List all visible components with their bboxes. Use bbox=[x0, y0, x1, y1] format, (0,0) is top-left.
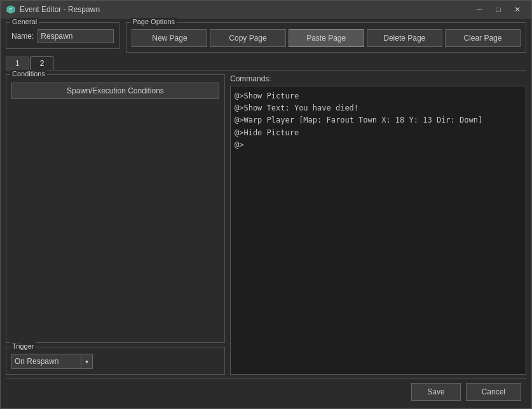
conditions-inner: Spawn/Execution Conditions bbox=[11, 83, 219, 99]
commands-group: Commands: @>Show Picture @>Show Text: Yo… bbox=[230, 74, 526, 375]
svg-text:E: E bbox=[10, 8, 13, 12]
spawn-execution-conditions-button[interactable]: Spawn/Execution Conditions bbox=[11, 83, 219, 99]
window: E Event Editor - Respawn ─ □ ✕ General N… bbox=[0, 0, 532, 409]
command-line-4: @> bbox=[235, 139, 522, 151]
name-input[interactable] bbox=[38, 29, 114, 43]
trigger-group: Trigger On Respawn On Enter On Exit On A… bbox=[6, 347, 225, 375]
window-controls: ─ □ ✕ bbox=[470, 3, 526, 16]
conditions-group: Conditions Spawn/Execution Conditions bbox=[6, 74, 225, 343]
minimize-button[interactable]: ─ bbox=[470, 3, 488, 16]
left-panel: Conditions Spawn/Execution Conditions Tr… bbox=[6, 74, 225, 375]
app-icon: E bbox=[6, 4, 16, 15]
tabs-row: 1 2 bbox=[6, 57, 526, 70]
copy-page-button[interactable]: Copy Page bbox=[210, 29, 285, 47]
middle-section: Conditions Spawn/Execution Conditions Tr… bbox=[6, 74, 526, 375]
window-title: Event Editor - Respawn bbox=[20, 5, 100, 14]
title-bar-left: E Event Editor - Respawn bbox=[6, 4, 100, 15]
commands-area[interactable]: @>Show Picture @>Show Text: You have die… bbox=[230, 86, 526, 375]
top-section: General Name: Page Options New Page Copy… bbox=[6, 22, 526, 53]
command-line-0: @>Show Picture bbox=[235, 90, 522, 102]
tab-1[interactable]: 1 bbox=[6, 57, 29, 70]
commands-header: Commands: bbox=[230, 74, 526, 83]
conditions-label: Conditions bbox=[10, 70, 47, 77]
bottom-bar: Save Cancel bbox=[6, 379, 526, 405]
new-page-button[interactable]: New Page bbox=[132, 29, 207, 47]
page-options-label: Page Options bbox=[130, 18, 177, 25]
delete-page-button[interactable]: Delete Page bbox=[367, 29, 442, 47]
trigger-dropdown-icon[interactable]: ▾ bbox=[81, 354, 93, 369]
title-bar: E Event Editor - Respawn ─ □ ✕ bbox=[1, 1, 531, 18]
main-content: General Name: Page Options New Page Copy… bbox=[1, 18, 531, 408]
command-line-1: @>Show Text: You have died! bbox=[235, 102, 522, 114]
page-options-buttons: New Page Copy Page Paste Page Delete Pag… bbox=[132, 29, 521, 47]
trigger-inner: On Respawn On Enter On Exit On Action On… bbox=[11, 354, 219, 369]
page-options-group: Page Options New Page Copy Page Paste Pa… bbox=[126, 22, 526, 53]
trigger-select[interactable]: On Respawn On Enter On Exit On Action On… bbox=[11, 354, 81, 369]
command-line-3: @>Hide Picture bbox=[235, 127, 522, 139]
name-label: Name: bbox=[11, 32, 34, 41]
right-panel: Commands: @>Show Picture @>Show Text: Yo… bbox=[230, 74, 526, 375]
general-group: General Name: bbox=[6, 22, 119, 49]
close-button[interactable]: ✕ bbox=[508, 3, 526, 16]
paste-page-button[interactable]: Paste Page bbox=[289, 29, 364, 47]
command-line-2: @>Warp Player [Map: Farout Town X: 18 Y:… bbox=[235, 114, 522, 126]
general-label: General bbox=[10, 18, 39, 25]
cancel-button[interactable]: Cancel bbox=[466, 383, 521, 401]
clear-page-button[interactable]: Clear Page bbox=[445, 29, 521, 47]
name-row: Name: bbox=[11, 29, 114, 43]
tab-2[interactable]: 2 bbox=[31, 57, 54, 70]
trigger-label: Trigger bbox=[10, 342, 36, 350]
trigger-select-wrapper: On Respawn On Enter On Exit On Action On… bbox=[11, 354, 93, 369]
save-button[interactable]: Save bbox=[411, 383, 460, 401]
maximize-button[interactable]: □ bbox=[489, 3, 507, 16]
